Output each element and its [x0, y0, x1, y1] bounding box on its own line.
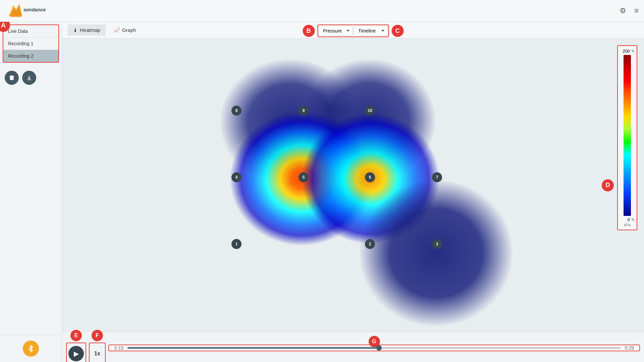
- sidebar-item-live-data[interactable]: Live Data: [3, 25, 58, 38]
- scale-gradient-bar: [624, 55, 631, 216]
- dropdown-wrapper: Pressure Force CoP Timeline Realtime Max: [317, 24, 389, 37]
- main-layout: Live Data Recording 1 Recording 2 A: [0, 22, 644, 362]
- scale-min-edit-icon[interactable]: ✎: [631, 218, 635, 222]
- delete-button[interactable]: [5, 71, 19, 85]
- bluetooth-button[interactable]: [23, 341, 39, 357]
- sendance-logo: sendance: [5, 2, 46, 19]
- label-c-circle: C: [391, 25, 404, 37]
- sidebar-bottom: [0, 335, 62, 362]
- tab-heatmap[interactable]: 🌡 Heatmap: [67, 24, 106, 36]
- speed-display[interactable]: 1x: [89, 343, 106, 362]
- heatmap-blob-top-left: [220, 59, 361, 186]
- label-b-circle: B: [303, 25, 315, 37]
- sidebar-item-recording-1[interactable]: Recording 1: [3, 38, 58, 50]
- sidebar-item-recording-2[interactable]: Recording 2: [3, 50, 58, 62]
- download-icon: [26, 75, 32, 81]
- label-f-circle: F: [92, 330, 103, 341]
- label-a-circle: A: [0, 22, 10, 32]
- timeline-progress: [127, 347, 379, 349]
- content-area: 🌡 Heatmap 📈 Graph B Pressure Force CoP T: [62, 22, 644, 362]
- play-section: ▶: [66, 343, 86, 362]
- label-d-circle: D: [602, 179, 614, 191]
- data-type-dropdown[interactable]: Pressure Force CoP: [319, 26, 353, 36]
- scale-unit-label: kPa: [620, 223, 635, 227]
- tab-bar: 🌡 Heatmap 📈 Graph B Pressure Force CoP T: [62, 22, 644, 39]
- end-time-label: 0:29: [625, 345, 634, 351]
- sensor-node-7: 7: [432, 172, 442, 182]
- svg-text:sendance: sendance: [23, 7, 46, 12]
- scale-min-label: 0 ✎: [620, 217, 635, 222]
- sensor-node-3: 3: [432, 239, 442, 249]
- label-e-circle: E: [70, 330, 82, 341]
- graph-tab-label: Graph: [122, 27, 136, 33]
- settings-icon[interactable]: ⚙: [620, 6, 626, 15]
- sensor-node-6: 6: [365, 172, 375, 182]
- sensor-node-8: 8: [231, 106, 241, 116]
- graph-tab-icon: 📈: [114, 27, 120, 33]
- current-time-label: 0:15: [114, 345, 123, 351]
- scale-max-label: 200 ✎: [620, 49, 635, 54]
- heatmap-blob-top-right: [302, 59, 436, 183]
- heatmap-tab-label: Heatmap: [80, 27, 100, 33]
- color-scale: 200 ✎ 0 ✎ kPa: [617, 45, 637, 230]
- sidebar-nav-section: Live Data Recording 1 Recording 2: [3, 24, 59, 63]
- header-actions: ⚙ ≡: [620, 6, 639, 15]
- sidebar-action-buttons: [0, 65, 62, 90]
- tab-graph[interactable]: 📈 Graph: [108, 24, 142, 36]
- trash-icon: [9, 75, 15, 81]
- menu-icon[interactable]: ≡: [634, 6, 639, 15]
- view-type-dropdown[interactable]: Timeline Realtime Max: [354, 26, 387, 36]
- timeline-track[interactable]: [127, 347, 621, 349]
- sidebar: Live Data Recording 1 Recording 2 A: [0, 22, 62, 362]
- app-header: sendance ⚙ ≡: [0, 0, 644, 22]
- logo-area: sendance: [5, 2, 67, 19]
- play-icon: ▶: [74, 350, 79, 358]
- heatmap-svg: [62, 39, 644, 332]
- heatmap-area: 1 2 3 4 5 6 7 8 9 10 200 ✎ 0 ✎ kPa: [62, 39, 644, 332]
- heatmap-tab-icon: 🌡: [73, 27, 78, 33]
- scale-max-edit-icon[interactable]: ✎: [631, 49, 635, 54]
- sensor-node-4: 4: [231, 172, 241, 182]
- bluetooth-icon: [27, 345, 35, 352]
- download-button[interactable]: [22, 71, 36, 85]
- sensor-node-2: 2: [365, 239, 375, 249]
- play-button[interactable]: ▶: [68, 346, 84, 361]
- timeline-thumb[interactable]: [376, 345, 382, 351]
- sensor-node-5: 5: [299, 172, 309, 182]
- sensor-node-9: 9: [299, 106, 309, 116]
- playback-bar: E ▶ F 1x G 0:15: [62, 332, 644, 362]
- sensor-node-1: 1: [231, 239, 241, 249]
- sensor-node-10: 10: [365, 106, 375, 116]
- heatmap-blob-bottom-right: [359, 179, 513, 327]
- controls-row: B Pressure Force CoP Timeline Realtime M…: [303, 24, 404, 37]
